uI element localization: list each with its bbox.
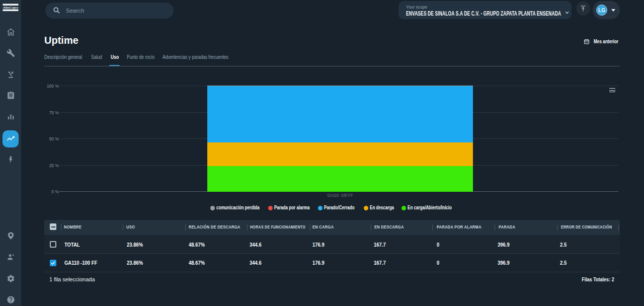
svg-text:AtlasCopco: AtlasCopco	[3, 6, 19, 9]
